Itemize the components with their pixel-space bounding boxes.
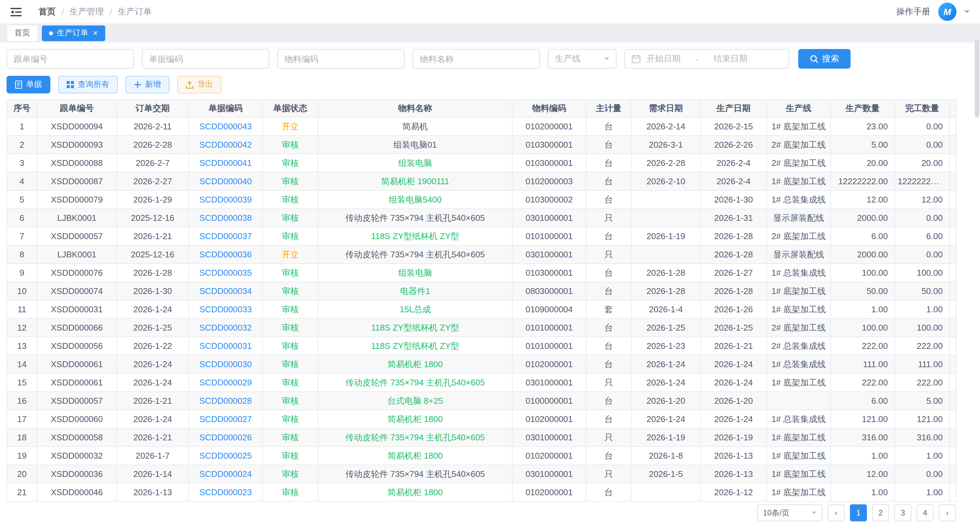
cell-doc-code-link[interactable]: SCDD000037 — [189, 227, 262, 245]
query-all-button[interactable]: 查询所有 — [58, 76, 118, 94]
cell-doc-code-link[interactable]: SCDD000025 — [189, 447, 262, 465]
cell-order-date: 2026-1-21 — [117, 227, 189, 245]
breadcrumb-production-order[interactable]: 生产订单 — [118, 6, 152, 17]
tab-bar: 首页 生产订单 × — [0, 24, 980, 43]
cell-doc-code-link[interactable]: SCDD000042 — [189, 136, 262, 154]
page-size-select[interactable]: 10条/页 — [757, 505, 822, 521]
cell-material-name: 电器件1 — [318, 282, 512, 300]
cell-demand-date: 2026-1-25 — [631, 319, 700, 337]
cell-seq: 19 — [7, 447, 37, 465]
cell-doc-code-link[interactable]: SCDD000026 — [189, 428, 262, 447]
production-line-select[interactable]: 生产线 — [548, 49, 617, 68]
cell-doc-code-link[interactable]: SCDD000040 — [189, 172, 262, 190]
cell-doc-code-link[interactable]: SCDD000036 — [189, 245, 262, 263]
cell-material-code: 0301000001 — [512, 428, 586, 447]
cell-order-date: 2026-1-28 — [117, 263, 189, 282]
cell-status-badge: 审核 — [262, 392, 318, 410]
table-row[interactable]: 14XSDD0000612026-1-24SCDD000030审核简易机柜 18… — [7, 355, 956, 373]
next-page-button[interactable]: › — [939, 505, 956, 521]
table-row[interactable]: 3XSDD0000882026-2-7SCDD000041审核组装电脑01030… — [7, 154, 956, 172]
cell-doc-code-link[interactable]: SCDD000043 — [189, 117, 262, 136]
date-range-picker[interactable]: 开始日期 - 结束日期 — [624, 49, 789, 68]
cell-production-qty: 6.00 — [830, 227, 895, 245]
cell-doc-code-link[interactable]: SCDD000041 — [189, 154, 262, 172]
table-row[interactable]: 21XSDD0000462026-1-13SCDD000023审核简易机柜 18… — [7, 483, 956, 501]
cell-doc-code-link[interactable]: SCDD000032 — [189, 319, 262, 337]
table-row[interactable]: 9XSDD0000762026-1-28SCDD000035审核组装电脑0103… — [7, 263, 956, 282]
table-row[interactable]: 10XSDD0000742026-1-30SCDD000034审核电器件1080… — [7, 282, 956, 300]
table-row[interactable]: 2XSDD0000932026-2-28SCDD000042审核组装电脑0101… — [7, 136, 956, 154]
scrollbar-thumb[interactable] — [975, 39, 979, 117]
cell-doc-code-link[interactable]: SCDD000035 — [189, 263, 262, 282]
cell-doc-code-link[interactable]: SCDD000030 — [189, 355, 262, 373]
material-name-input[interactable] — [412, 49, 540, 68]
cell-finished-qty: 0.00 — [895, 136, 950, 154]
close-icon[interactable]: × — [93, 29, 98, 37]
row-scrollbar-gutter — [950, 447, 956, 465]
chevron-down-icon[interactable] — [964, 10, 970, 16]
column-header: 订单交期 — [117, 100, 189, 117]
cell-production-qty: 23.00 — [830, 117, 895, 136]
search-button[interactable]: 搜索 — [798, 49, 851, 68]
table-row[interactable]: 12XSDD0000662026-1-25SCDD000032审核118S ZY… — [7, 319, 956, 337]
tab-production-order[interactable]: 生产订单 × — [42, 25, 105, 41]
table-row[interactable]: 15XSDD0000612026-1-24SCDD000029审核传动皮轮件 7… — [7, 373, 956, 392]
cell-demand-date — [631, 209, 700, 227]
cell-doc-code-link[interactable]: SCDD000024 — [189, 465, 262, 483]
table-row[interactable]: 16XSDD0000572026-1-21SCDD000028审核台式电脑 8+… — [7, 392, 956, 410]
menu-fold-icon[interactable] — [10, 7, 22, 17]
tab-home[interactable]: 首页 — [7, 25, 37, 41]
cell-finished-qty: 6.00 — [895, 227, 950, 245]
cell-doc-code-link[interactable]: SCDD000031 — [189, 337, 262, 355]
cell-doc-code-link[interactable]: SCDD000034 — [189, 282, 262, 300]
cell-unit: 台 — [586, 337, 631, 355]
page-button-2[interactable]: 2 — [872, 505, 889, 521]
cell-status-badge: 审核 — [262, 263, 318, 282]
table-row[interactable]: 18XSDD0000582026-1-21SCDD000026审核传动皮轮件 7… — [7, 428, 956, 447]
material-code-input[interactable] — [277, 49, 405, 68]
avatar[interactable]: M — [938, 3, 956, 21]
manual-link[interactable]: 操作手册 — [896, 6, 930, 17]
cell-production-date: 2026-1-27 — [700, 263, 767, 282]
cell-doc-code-link[interactable]: SCDD000039 — [189, 190, 262, 209]
scrollbar-track[interactable] — [975, 26, 979, 509]
cell-seq: 8 — [7, 245, 37, 263]
add-button[interactable]: 新增 — [126, 76, 169, 94]
table-row[interactable]: 17XSDD0000602026-1-24SCDD000027审核简易机柜 18… — [7, 410, 956, 428]
table-row[interactable]: 4XSDD0000872026-2-27SCDD000040审核简易机柜 190… — [7, 172, 956, 190]
doc-code-input[interactable] — [142, 49, 269, 68]
export-button[interactable]: 导出 — [177, 76, 222, 94]
page-button-3[interactable]: 3 — [894, 505, 912, 521]
table-row[interactable]: 1XSDD0000942026-2-11SCDD000043开立简易机01020… — [7, 117, 956, 136]
cell-track-no: LJBK0001 — [37, 209, 117, 227]
table-row[interactable]: 7XSDD0000572026-1-21SCDD000037审核118S ZY型… — [7, 227, 956, 245]
table-row[interactable]: 13XSDD0000562026-1-22SCDD000031审核118S ZY… — [7, 337, 956, 355]
prev-page-button[interactable]: ‹ — [828, 505, 845, 521]
track-no-input[interactable] — [6, 49, 134, 68]
cell-seq: 17 — [7, 410, 37, 428]
cell-track-no: XSDD000032 — [37, 447, 117, 465]
cell-demand-date: 2026-3-1 — [631, 136, 700, 154]
page-button-1[interactable]: 1 — [850, 505, 867, 521]
cell-status-badge: 审核 — [262, 172, 318, 190]
table-row[interactable]: 11XSDD0000312026-1-24SCDD000033审核15L总成01… — [7, 300, 956, 319]
document-button[interactable]: 单据 — [6, 76, 50, 94]
cell-doc-code-link[interactable]: SCDD000027 — [189, 410, 262, 428]
table-row[interactable]: 19XSDD0000322026-1-7SCDD000025审核简易机柜 180… — [7, 447, 956, 465]
breadcrumb-home[interactable]: 首页 — [38, 6, 56, 17]
table-row[interactable]: 8LJBK00012025-12-16SCDD000036开立传动皮轮件 735… — [7, 245, 956, 263]
cell-doc-code-link[interactable]: SCDD000028 — [189, 392, 262, 410]
table-row[interactable]: 20XSDD0000362026-1-14SCDD000024审核传动皮轮件 7… — [7, 465, 956, 483]
table-row[interactable]: 5XSDD0000792026-1-29SCDD000039审核组装电脑5400… — [7, 190, 956, 209]
cell-doc-code-link[interactable]: SCDD000029 — [189, 373, 262, 392]
cell-doc-code-link[interactable]: SCDD000038 — [189, 209, 262, 227]
cell-production-date: 2026-1-24 — [700, 355, 767, 373]
table-row[interactable]: 6LJBK00012025-12-16SCDD000038审核传动皮轮件 735… — [7, 209, 956, 227]
breadcrumb-production-mgmt[interactable]: 生产管理 — [70, 6, 103, 17]
row-scrollbar-gutter — [950, 483, 956, 501]
cell-unit: 台 — [586, 392, 631, 410]
cell-doc-code-link[interactable]: SCDD000033 — [189, 300, 262, 319]
page-button-4[interactable]: 4 — [916, 505, 934, 521]
cell-doc-code-link[interactable]: SCDD000023 — [189, 483, 262, 501]
row-scrollbar-gutter — [950, 428, 956, 447]
